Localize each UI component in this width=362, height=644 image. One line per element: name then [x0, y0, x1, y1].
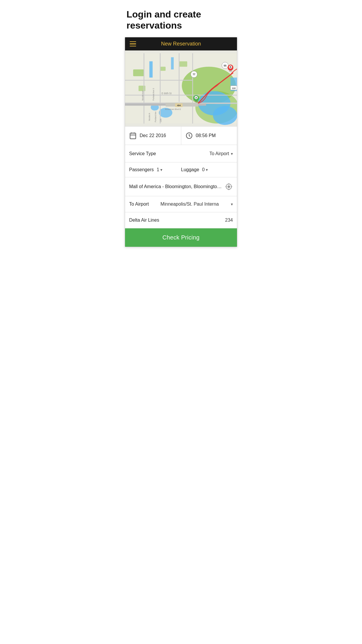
svg-text:110: 110 [232, 87, 236, 90]
svg-text:55: 55 [224, 64, 227, 67]
date-picker[interactable]: Dec 22 2016 [125, 127, 181, 145]
time-value: 08:56 PM [196, 133, 216, 138]
flight-number: 234 [225, 218, 233, 223]
svg-text:12th: 12th [160, 118, 162, 122]
luggage-arrow: ▾ [206, 167, 208, 172]
calendar-icon [129, 132, 137, 139]
datetime-row: Dec 22 2016 08:56 PM [125, 127, 237, 145]
svg-point-9 [213, 106, 237, 125]
page-title: Login and create reservations [121, 0, 241, 37]
passengers-value: 1 [157, 167, 159, 172]
luggage-label: Luggage [181, 167, 199, 172]
passengers-row: Passengers 1 ▾ Luggage 0 ▾ [125, 162, 237, 177]
passengers-arrow: ▾ [160, 167, 162, 172]
airport-value: Minneapolis/St. Paul Interna [161, 202, 229, 207]
nav-title: New Reservation [161, 41, 201, 47]
passengers-dropdown[interactable]: 1 ▾ [157, 167, 163, 172]
pickup-location-row[interactable]: Mall of America - Bloomington, Bloomingt… [125, 177, 237, 196]
svg-text:77: 77 [193, 73, 196, 76]
service-type-dropdown[interactable]: To Airport ▾ [209, 151, 233, 156]
airport-label: To Airport [129, 202, 149, 207]
service-type-row: Service Type To Airport ▾ [125, 145, 237, 162]
date-value: Dec 22 2016 [140, 133, 166, 138]
airline-row: Delta Air Lines 234 [125, 212, 237, 228]
svg-rect-4 [133, 69, 144, 76]
svg-text:Nicollet A: Nicollet A [148, 113, 150, 121]
passenger-group: Passengers 1 ▾ [129, 167, 181, 172]
svg-rect-7 [160, 67, 166, 71]
service-type-label: Service Type [129, 151, 156, 156]
luggage-value: 0 [202, 167, 205, 172]
svg-text:Portland Ave S: Portland Ave S [152, 88, 154, 101]
svg-text:494: 494 [177, 104, 181, 107]
svg-rect-6 [179, 62, 187, 67]
time-picker[interactable]: 08:56 PM [181, 127, 237, 145]
service-type-value: To Airport [209, 151, 229, 156]
svg-text:Portland Ave: Portland Ave [154, 111, 157, 122]
svg-text:American Blvd E: American Blvd E [165, 108, 181, 111]
form-section: Dec 22 2016 08:56 PM Service Type To Air… [125, 126, 237, 247]
map-area[interactable]: E 66th St Nicollet Ave Portland Ave S Am… [125, 50, 237, 126]
pickup-location-text: Mall of America - Bloomington, Bloomingt… [129, 184, 222, 189]
svg-rect-13 [171, 57, 174, 70]
app-container: New Reservation [125, 37, 237, 247]
svg-text:Nicollet Ave: Nicollet Ave [142, 91, 144, 101]
location-target-icon [225, 183, 233, 191]
hamburger-menu-button[interactable] [130, 41, 136, 47]
airport-dropdown[interactable]: Minneapolis/St. Paul Interna ▾ [161, 202, 233, 207]
nav-bar: New Reservation [125, 37, 237, 51]
svg-rect-45 [130, 133, 136, 139]
luggage-dropdown[interactable]: 0 ▾ [202, 167, 208, 172]
passengers-label: Passengers [129, 167, 154, 172]
airline-name: Delta Air Lines [129, 218, 222, 223]
service-type-arrow: ▾ [231, 151, 233, 156]
airport-dropdown-arrow: ▾ [231, 202, 233, 206]
clock-icon [185, 132, 193, 139]
svg-point-51 [228, 186, 230, 188]
svg-text:A: A [195, 97, 197, 99]
svg-text:E 66th St: E 66th St [161, 92, 172, 95]
svg-text:B: B [230, 66, 231, 69]
check-pricing-button[interactable]: Check Pricing [125, 228, 237, 247]
svg-rect-12 [149, 62, 152, 78]
luggage-group: Luggage 0 ▾ [181, 167, 233, 172]
airport-row: To Airport Minneapolis/St. Paul Interna … [125, 196, 237, 212]
